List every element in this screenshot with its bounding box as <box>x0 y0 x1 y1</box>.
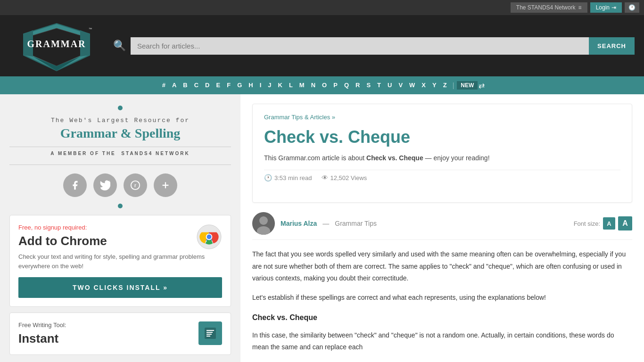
chrome-icon <box>196 224 222 250</box>
social-icons: r <box>63 173 177 197</box>
author-category: Grammar Tips <box>335 220 377 227</box>
alpha-n[interactable]: N <box>308 76 318 94</box>
reddit-icon[interactable]: r <box>124 173 147 197</box>
article-intro: This Grammar.com article is about Check … <box>264 153 620 163</box>
alpha-j[interactable]: J <box>265 76 274 94</box>
new-badge[interactable]: NEW <box>457 81 478 90</box>
alpha-k[interactable]: K <box>275 76 285 94</box>
clock-icon: 🕐 <box>264 174 272 181</box>
alpha-m[interactable]: M <box>297 76 307 94</box>
top-bar: The STANDS4 Network ≡ Login ⇥ 🕐 <box>0 0 644 15</box>
alpha-i[interactable]: I <box>257 76 264 94</box>
alpha-u[interactable]: U <box>385 76 395 94</box>
svg-point-21 <box>259 216 268 225</box>
twitter-icon[interactable] <box>93 173 117 197</box>
chrome-free-tag: Free, no signup required: <box>18 224 222 231</box>
alpha-o[interactable]: O <box>319 76 330 94</box>
font-size-label: Font size: <box>574 220 600 227</box>
alpha-h[interactable]: H <box>246 76 256 94</box>
svg-text:GRAMMAR: GRAMMAR <box>27 39 86 49</box>
sidebar-tagline: The Web's Largest Resource for <box>51 117 190 124</box>
views: 👁 12,502 Views <box>322 174 367 181</box>
sidebar: The Web's Largest Resource for Grammar &… <box>0 94 240 362</box>
breadcrumb: Grammar Tips & Articles » <box>264 114 620 121</box>
alpha-x[interactable]: X <box>419 76 429 94</box>
network-menu[interactable]: The STANDS4 Network ≡ <box>511 2 587 13</box>
body-paragraph-1: The fact that you see words spelled very… <box>252 248 632 284</box>
chrome-logo-svg <box>196 224 222 250</box>
eye-icon: 👁 <box>322 174 328 181</box>
alpha-w[interactable]: W <box>406 76 418 94</box>
article-body: The fact that you see words spelled very… <box>252 248 632 353</box>
intro-bold: Check vs. Cheque <box>366 154 423 162</box>
article-title: Check vs. Cheque <box>264 127 620 147</box>
content-area: Grammar Tips & Articles » Check vs. Cheq… <box>240 94 644 362</box>
alpha-r[interactable]: R <box>353 76 363 94</box>
login-label: Login <box>596 4 610 11</box>
alpha-q[interactable]: Q <box>341 76 352 94</box>
instant-tool-icon <box>198 321 222 345</box>
article-meta: 🕐 3:53 min read 👁 12,502 Views <box>264 170 620 185</box>
author-section: Marius Alza — Grammar Tips Font size: A … <box>252 212 632 240</box>
sidebar-member: A MEMBER OF THE STANDS4 NETWORK <box>50 151 190 156</box>
history-icon: 🕐 <box>628 4 636 11</box>
bottom-dot-divider <box>9 204 231 208</box>
alpha-l[interactable]: L <box>286 76 296 94</box>
search-area: 🔍 SEARCH <box>113 37 635 55</box>
install-button[interactable]: TWO CLICKS INSTALL » <box>18 277 222 298</box>
login-button[interactable]: Login ⇥ <box>590 2 622 13</box>
member-prefix: A MEMBER OF THE <box>50 151 116 156</box>
alpha-f[interactable]: F <box>224 76 233 94</box>
alpha-g[interactable]: G <box>234 76 245 94</box>
font-large-button[interactable]: A <box>618 216 632 230</box>
facebook-icon[interactable] <box>63 173 87 197</box>
read-time-value: 3:53 min read <box>274 174 312 181</box>
alpha-a[interactable]: A <box>169 76 179 94</box>
instant-tool-box: Free Writing Tool: Instant <box>9 313 231 355</box>
intro-suffix: — enjoy your reading! <box>423 154 490 162</box>
plus-icon[interactable] <box>154 173 177 197</box>
alpha-d[interactable]: D <box>202 76 212 94</box>
breadcrumb-link[interactable]: Grammar Tips & Articles » <box>264 114 335 121</box>
chrome-desc: Check your text and writing for style, s… <box>18 252 222 271</box>
article-card: Grammar Tips & Articles » Check vs. Cheq… <box>252 104 632 203</box>
sidebar-title: Grammar & Spelling <box>60 126 181 141</box>
alpha-e[interactable]: E <box>214 76 223 94</box>
alpha-c[interactable]: C <box>191 76 201 94</box>
svg-text:™: ™ <box>89 27 92 31</box>
free-tool-tag: Free Writing Tool: <box>18 321 222 329</box>
alpha-p[interactable]: P <box>330 76 340 94</box>
alpha-y[interactable]: Y <box>429 76 439 94</box>
search-bar: SEARCH <box>131 37 635 55</box>
site-header: GRAMMAR ™ 🔍 SEARCH <box>0 15 644 76</box>
sidebar-divider-1 <box>9 147 231 147</box>
network-label: The STANDS4 Network <box>516 4 576 11</box>
alpha-hash[interactable]: # <box>159 76 168 94</box>
font-size-section: Font size: A A <box>574 216 632 230</box>
font-small-button[interactable]: A <box>603 217 615 230</box>
menu-icon: ≡ <box>578 4 582 11</box>
history-button[interactable]: 🕐 <box>625 2 639 13</box>
chrome-extension-box: Free, no signup required: Add to Chrome … <box>9 215 231 307</box>
alpha-b[interactable]: B <box>180 76 190 94</box>
alpha-s[interactable]: S <box>363 76 373 94</box>
chrome-heading: Add to Chrome <box>18 234 222 248</box>
body-heading: Check vs. Cheque <box>252 311 632 325</box>
login-icon: ⇥ <box>611 4 616 11</box>
author-name[interactable]: Marius Alza <box>281 220 317 227</box>
alpha-divider: | <box>453 82 454 89</box>
grammar-logo-svg: GRAMMAR ™ <box>19 20 94 74</box>
member-name: STANDS4 NETWORK <box>121 151 190 156</box>
svg-text:r: r <box>134 183 136 188</box>
alpha-t[interactable]: T <box>374 76 384 94</box>
search-input[interactable] <box>131 37 589 55</box>
search-button[interactable]: SEARCH <box>589 37 635 55</box>
logo-area: GRAMMAR ™ <box>9 20 104 72</box>
alpha-z[interactable]: Z <box>440 76 450 94</box>
read-time: 🕐 3:53 min read <box>264 174 312 181</box>
search-icon: 🔍 <box>113 40 126 52</box>
alphabet-nav: # A B C D E F G H I J K L M N O P Q R S … <box>0 76 644 94</box>
alpha-v[interactable]: V <box>396 76 405 94</box>
shuffle-icon[interactable]: ⇄ <box>479 81 485 90</box>
author-avatar <box>252 212 275 235</box>
